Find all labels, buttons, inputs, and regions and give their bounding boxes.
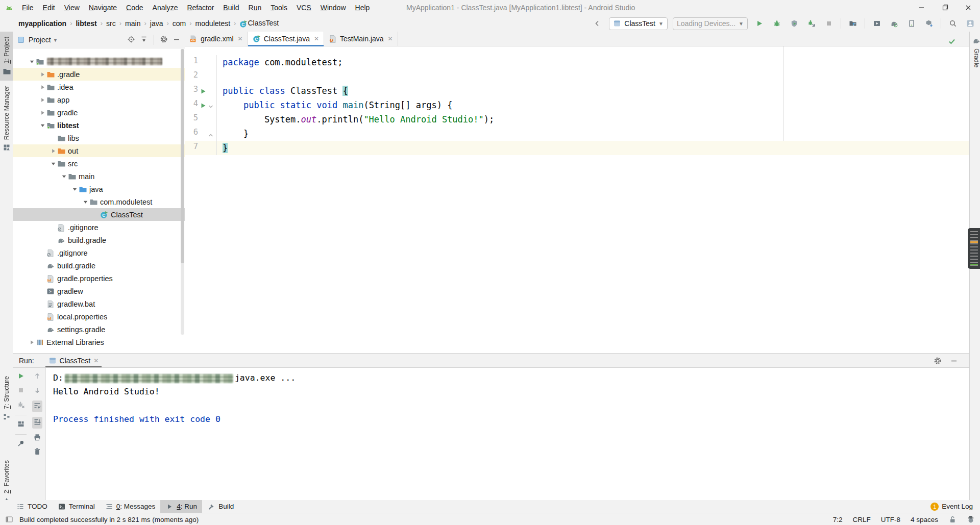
scroll-end-button[interactable] [32, 417, 42, 429]
debug-button[interactable] [770, 17, 783, 30]
tree-item-java[interactable]: java [13, 183, 185, 195]
tree-item-root[interactable] [13, 55, 185, 68]
toolwindow-toggle-icon[interactable] [5, 515, 13, 523]
editor-tab-gradle-xml[interactable]: <>gradle.xml✕ [185, 32, 248, 46]
bug-disabled-button[interactable] [17, 401, 25, 410]
chevron-expanded-icon[interactable] [71, 185, 79, 193]
stop-button[interactable] [822, 17, 836, 30]
breadcrumb-item-java[interactable]: java [149, 19, 164, 28]
editor-tab-classtest-java[interactable]: CClassTest.java✕ [248, 32, 324, 46]
tree-item-src[interactable]: src [13, 157, 185, 170]
highlighting-level-icon[interactable] [967, 515, 975, 523]
tree-item-gradle-properties[interactable]: gradle.properties [13, 272, 185, 285]
menu-edit[interactable]: Edit [38, 0, 60, 15]
tree-item-main[interactable]: main [13, 170, 185, 183]
project-panel-title[interactable]: Project [29, 36, 51, 44]
toolwindow-tab-1-project[interactable]: 1: Project [0, 32, 13, 81]
chevron-collapsed-icon[interactable] [39, 70, 46, 79]
chevron-collapsed-icon[interactable] [28, 338, 36, 346]
toolwindow-tab-7-structure[interactable]: 7: Structure [0, 371, 13, 426]
chevron-expanded-icon[interactable] [39, 121, 46, 130]
code-line-1[interactable]: 1package com.moduletest; [185, 55, 969, 69]
close-icon[interactable]: ✕ [388, 35, 393, 42]
tree-item-build-gradle[interactable]: build.gradle [13, 259, 185, 272]
tree-item-libs[interactable]: libs [13, 132, 185, 144]
toolwindow-tab-gradle[interactable]: Gradle [970, 32, 980, 73]
settings-gear-icon[interactable] [934, 357, 942, 365]
tree-item--gitignore[interactable]: .gitignore [13, 246, 185, 259]
minimize-button[interactable] [910, 0, 933, 15]
search-button[interactable] [946, 17, 960, 30]
menu-window[interactable]: Window [316, 0, 351, 15]
layout-button[interactable] [17, 420, 25, 430]
coverage-button[interactable] [788, 17, 801, 30]
tree-item-libtest[interactable]: libtest [13, 119, 185, 132]
tree-item--gradle[interactable]: .gradle [13, 68, 185, 81]
breadcrumb-item-src[interactable]: src [105, 19, 117, 28]
tree-item-out[interactable]: out [13, 144, 185, 157]
maximize-button[interactable] [933, 0, 957, 15]
code-line-4[interactable]: 4 public static void main(String[] args)… [185, 98, 969, 112]
menu-analyze[interactable]: Analyze [148, 0, 183, 15]
back-icon[interactable] [591, 17, 604, 30]
device-select[interactable]: Loading Devices... ▼ [673, 17, 748, 30]
tree-item-gradlew-bat[interactable]: gradlew.bat [13, 297, 185, 310]
gradle-sync-button[interactable] [888, 17, 901, 30]
breadcrumb-item-main[interactable]: main [124, 19, 141, 28]
tree-item-external-libraries[interactable]: External Libraries [13, 336, 185, 348]
run-button[interactable] [753, 17, 766, 30]
tree-item-com-moduletest[interactable]: com.moduletest [13, 195, 185, 208]
chevron-expanded-icon[interactable] [50, 160, 57, 168]
indent-setting[interactable]: 4 spaces [911, 516, 938, 523]
soft-wrap-button[interactable] [32, 401, 42, 412]
status-message[interactable]: Build completed successfully in 2 s 821 … [19, 516, 199, 523]
print-button[interactable] [33, 433, 41, 443]
editor-tab-testmain-java[interactable]: JTestMain.java✕ [324, 32, 398, 46]
up-button[interactable] [33, 372, 41, 382]
tree-item-build-gradle[interactable]: build.gradle [13, 234, 185, 246]
toolwindow-button-todo[interactable]: TODO [11, 500, 53, 513]
menu-file[interactable]: File [17, 0, 38, 15]
code-line-2[interactable]: 2 [185, 69, 969, 84]
menu-run[interactable]: Run [244, 0, 266, 15]
code-line-7[interactable]: 7} [185, 141, 969, 155]
menu-code[interactable]: Code [121, 0, 148, 15]
avd-manager-button[interactable] [870, 17, 884, 30]
tree-item-settings-gradle[interactable]: settings.gradle [13, 323, 185, 336]
tree-item-gradlew[interactable]: >gradlew [13, 285, 185, 297]
profiler-button[interactable] [846, 17, 860, 30]
run-configuration-select[interactable]: ClassTest ▼ [609, 17, 668, 30]
avatar-button[interactable] [964, 17, 977, 30]
menu-refactor[interactable]: Refactor [182, 0, 218, 15]
pin-button[interactable] [17, 439, 25, 449]
attach-debugger-button[interactable] [805, 17, 818, 30]
down-button[interactable] [33, 386, 41, 396]
project-scrollbar[interactable] [181, 49, 184, 335]
lock-icon[interactable] [948, 515, 957, 523]
tree-item-app[interactable]: app [13, 93, 185, 106]
fold-marker-icon[interactable] [208, 102, 213, 111]
toolwindow-button-0-messages[interactable]: 0: Messages [100, 500, 161, 513]
menu-navigate[interactable]: Navigate [84, 0, 121, 15]
chevron-expanded-icon[interactable] [82, 198, 89, 206]
chevron-expanded-icon[interactable] [28, 58, 36, 66]
close-icon[interactable]: ✕ [93, 357, 99, 364]
collapse-all-button[interactable] [140, 35, 148, 45]
breadcrumb-item-moduletest[interactable]: moduletest [194, 19, 231, 28]
stop-disabled-button[interactable] [17, 386, 25, 396]
inspections-ok-icon[interactable] [948, 37, 956, 45]
chevron-collapsed-icon[interactable] [39, 96, 46, 104]
chevron-expanded-icon[interactable] [60, 172, 68, 181]
tree-item-classtest[interactable]: CClassTest [13, 208, 185, 221]
tree-item--idea[interactable]: .idea [13, 81, 185, 93]
tree-item-local-properties[interactable]: local.properties [13, 310, 185, 323]
tree-item-gradle[interactable]: gradle [13, 106, 185, 119]
code-line-5[interactable]: 5 System.out.println("Hello Android Stud… [185, 112, 969, 127]
menu-help[interactable]: Help [351, 0, 375, 15]
run-console-tab[interactable]: ClassTest ✕ [45, 354, 102, 367]
run-console-output[interactable]: D:java.exe ...Hello Android Studio!Proce… [46, 368, 969, 501]
menu-vcs[interactable]: VCS [292, 0, 316, 15]
menu-view[interactable]: View [60, 0, 84, 15]
panel-settings-button[interactable] [160, 35, 168, 45]
breadcrumb-item-ClassTest[interactable]: CClassTest [238, 19, 280, 28]
